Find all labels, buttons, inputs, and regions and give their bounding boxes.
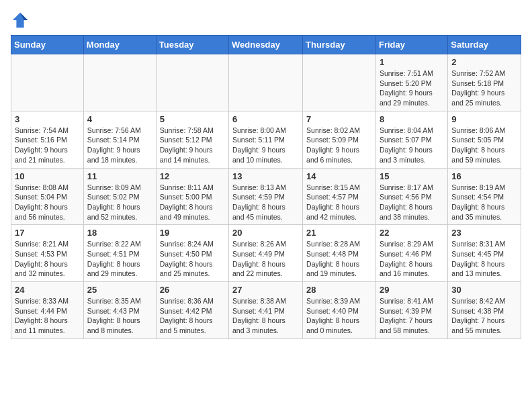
day-info: Sunrise: 8:26 AM Sunset: 4:49 PM Dayligh… <box>232 239 299 279</box>
logo <box>11 11 32 30</box>
day-number: 5 <box>160 114 225 124</box>
day-info: Sunrise: 8:04 AM Sunset: 5:07 PM Dayligh… <box>380 126 444 165</box>
day-number: 26 <box>160 285 225 295</box>
calendar-cell: 12Sunrise: 8:11 AM Sunset: 5:00 PM Dayli… <box>156 168 228 225</box>
logo-icon <box>11 11 30 30</box>
day-info: Sunrise: 8:41 AM Sunset: 4:39 PM Dayligh… <box>380 296 444 336</box>
day-number: 13 <box>232 171 299 181</box>
day-info: Sunrise: 8:17 AM Sunset: 4:56 PM Dayligh… <box>380 183 444 222</box>
calendar-cell <box>156 54 228 111</box>
calendar-cell: 11Sunrise: 8:09 AM Sunset: 5:02 PM Dayli… <box>83 168 156 225</box>
calendar-cell: 21Sunrise: 8:28 AM Sunset: 4:48 PM Dayli… <box>303 225 376 282</box>
day-number: 14 <box>306 171 372 181</box>
calendar-cell <box>303 54 376 111</box>
weekday-header-tuesday: Tuesday <box>156 36 228 54</box>
day-info: Sunrise: 7:54 AM Sunset: 5:16 PM Dayligh… <box>15 126 80 165</box>
day-info: Sunrise: 8:13 AM Sunset: 4:59 PM Dayligh… <box>232 183 299 222</box>
calendar-cell: 19Sunrise: 8:24 AM Sunset: 4:50 PM Dayli… <box>156 225 228 282</box>
day-info: Sunrise: 8:28 AM Sunset: 4:48 PM Dayligh… <box>306 239 372 279</box>
day-number: 11 <box>87 171 152 181</box>
day-number: 12 <box>160 171 225 181</box>
calendar-cell <box>83 54 156 111</box>
calendar-cell: 7Sunrise: 8:02 AM Sunset: 5:09 PM Daylig… <box>303 111 376 168</box>
calendar-cell: 10Sunrise: 8:08 AM Sunset: 5:04 PM Dayli… <box>11 168 84 225</box>
day-info: Sunrise: 8:42 AM Sunset: 4:38 PM Dayligh… <box>451 296 517 336</box>
day-info: Sunrise: 7:52 AM Sunset: 5:18 PM Dayligh… <box>451 68 517 108</box>
calendar-cell: 20Sunrise: 8:26 AM Sunset: 4:49 PM Dayli… <box>229 225 303 282</box>
day-info: Sunrise: 8:31 AM Sunset: 4:45 PM Dayligh… <box>451 239 517 279</box>
weekday-header-thursday: Thursday <box>303 36 376 54</box>
weekday-header-saturday: Saturday <box>448 36 521 54</box>
calendar-cell: 26Sunrise: 8:36 AM Sunset: 4:42 PM Dayli… <box>156 282 228 339</box>
calendar-cell: 2Sunrise: 7:52 AM Sunset: 5:18 PM Daylig… <box>448 54 521 111</box>
day-info: Sunrise: 8:21 AM Sunset: 4:53 PM Dayligh… <box>15 239 80 279</box>
calendar-cell: 27Sunrise: 8:38 AM Sunset: 4:41 PM Dayli… <box>229 282 303 339</box>
day-number: 8 <box>380 114 444 124</box>
day-info: Sunrise: 8:09 AM Sunset: 5:02 PM Dayligh… <box>87 183 152 222</box>
day-number: 15 <box>380 171 444 181</box>
calendar-cell: 29Sunrise: 8:41 AM Sunset: 4:39 PM Dayli… <box>375 282 447 339</box>
day-number: 7 <box>306 114 372 124</box>
day-number: 16 <box>451 171 517 181</box>
day-number: 22 <box>380 228 444 238</box>
calendar-cell: 4Sunrise: 7:56 AM Sunset: 5:14 PM Daylig… <box>83 111 156 168</box>
calendar-cell: 15Sunrise: 8:17 AM Sunset: 4:56 PM Dayli… <box>375 168 447 225</box>
day-number: 10 <box>15 171 80 181</box>
week-row-2: 3Sunrise: 7:54 AM Sunset: 5:16 PM Daylig… <box>11 111 521 168</box>
week-row-3: 10Sunrise: 8:08 AM Sunset: 5:04 PM Dayli… <box>11 168 521 225</box>
weekday-header-monday: Monday <box>83 36 156 54</box>
day-number: 29 <box>380 285 444 295</box>
day-number: 28 <box>306 285 372 295</box>
calendar-cell: 28Sunrise: 8:39 AM Sunset: 4:40 PM Dayli… <box>303 282 376 339</box>
calendar-cell: 6Sunrise: 8:00 AM Sunset: 5:11 PM Daylig… <box>229 111 303 168</box>
day-info: Sunrise: 8:06 AM Sunset: 5:05 PM Dayligh… <box>451 126 517 165</box>
day-number: 18 <box>87 228 152 238</box>
day-info: Sunrise: 7:56 AM Sunset: 5:14 PM Dayligh… <box>87 126 152 165</box>
day-info: Sunrise: 8:02 AM Sunset: 5:09 PM Dayligh… <box>306 126 372 165</box>
day-info: Sunrise: 8:39 AM Sunset: 4:40 PM Dayligh… <box>306 296 372 336</box>
day-info: Sunrise: 8:35 AM Sunset: 4:43 PM Dayligh… <box>87 296 152 336</box>
day-info: Sunrise: 8:38 AM Sunset: 4:41 PM Dayligh… <box>232 296 299 336</box>
week-row-4: 17Sunrise: 8:21 AM Sunset: 4:53 PM Dayli… <box>11 225 521 282</box>
day-info: Sunrise: 8:19 AM Sunset: 4:54 PM Dayligh… <box>451 183 517 222</box>
day-info: Sunrise: 7:51 AM Sunset: 5:20 PM Dayligh… <box>380 68 444 108</box>
day-info: Sunrise: 8:36 AM Sunset: 4:42 PM Dayligh… <box>160 296 225 336</box>
calendar-cell: 22Sunrise: 8:29 AM Sunset: 4:46 PM Dayli… <box>375 225 447 282</box>
calendar-cell: 13Sunrise: 8:13 AM Sunset: 4:59 PM Dayli… <box>229 168 303 225</box>
week-row-1: 1Sunrise: 7:51 AM Sunset: 5:20 PM Daylig… <box>11 54 521 111</box>
calendar-cell: 25Sunrise: 8:35 AM Sunset: 4:43 PM Dayli… <box>83 282 156 339</box>
weekday-header-sunday: Sunday <box>11 36 84 54</box>
weekday-header-friday: Friday <box>375 36 447 54</box>
day-number: 17 <box>15 228 80 238</box>
day-number: 9 <box>451 114 517 124</box>
weekday-header-wednesday: Wednesday <box>229 36 303 54</box>
day-number: 4 <box>87 114 152 124</box>
weekday-header-row: SundayMondayTuesdayWednesdayThursdayFrid… <box>11 36 521 54</box>
day-number: 23 <box>451 228 517 238</box>
day-number: 30 <box>451 285 517 295</box>
calendar-cell: 14Sunrise: 8:15 AM Sunset: 4:57 PM Dayli… <box>303 168 376 225</box>
calendar-cell: 8Sunrise: 8:04 AM Sunset: 5:07 PM Daylig… <box>375 111 447 168</box>
day-info: Sunrise: 8:00 AM Sunset: 5:11 PM Dayligh… <box>232 126 299 165</box>
day-number: 24 <box>15 285 80 295</box>
calendar-cell <box>229 54 303 111</box>
calendar-cell: 18Sunrise: 8:22 AM Sunset: 4:51 PM Dayli… <box>83 225 156 282</box>
day-info: Sunrise: 8:24 AM Sunset: 4:50 PM Dayligh… <box>160 239 225 279</box>
calendar-cell: 5Sunrise: 7:58 AM Sunset: 5:12 PM Daylig… <box>156 111 228 168</box>
page-header <box>11 11 521 30</box>
day-info: Sunrise: 8:11 AM Sunset: 5:00 PM Dayligh… <box>160 183 225 222</box>
calendar-cell: 9Sunrise: 8:06 AM Sunset: 5:05 PM Daylig… <box>448 111 521 168</box>
day-info: Sunrise: 8:15 AM Sunset: 4:57 PM Dayligh… <box>306 183 372 222</box>
day-info: Sunrise: 8:29 AM Sunset: 4:46 PM Dayligh… <box>380 239 444 279</box>
day-number: 1 <box>380 57 444 67</box>
calendar-cell: 16Sunrise: 8:19 AM Sunset: 4:54 PM Dayli… <box>448 168 521 225</box>
calendar-cell: 1Sunrise: 7:51 AM Sunset: 5:20 PM Daylig… <box>375 54 447 111</box>
week-row-5: 24Sunrise: 8:33 AM Sunset: 4:44 PM Dayli… <box>11 282 521 339</box>
calendar-cell: 17Sunrise: 8:21 AM Sunset: 4:53 PM Dayli… <box>11 225 84 282</box>
day-info: Sunrise: 8:22 AM Sunset: 4:51 PM Dayligh… <box>87 239 152 279</box>
day-number: 19 <box>160 228 225 238</box>
calendar-cell: 3Sunrise: 7:54 AM Sunset: 5:16 PM Daylig… <box>11 111 84 168</box>
calendar-cell: 24Sunrise: 8:33 AM Sunset: 4:44 PM Dayli… <box>11 282 84 339</box>
calendar-cell: 23Sunrise: 8:31 AM Sunset: 4:45 PM Dayli… <box>448 225 521 282</box>
day-number: 21 <box>306 228 372 238</box>
